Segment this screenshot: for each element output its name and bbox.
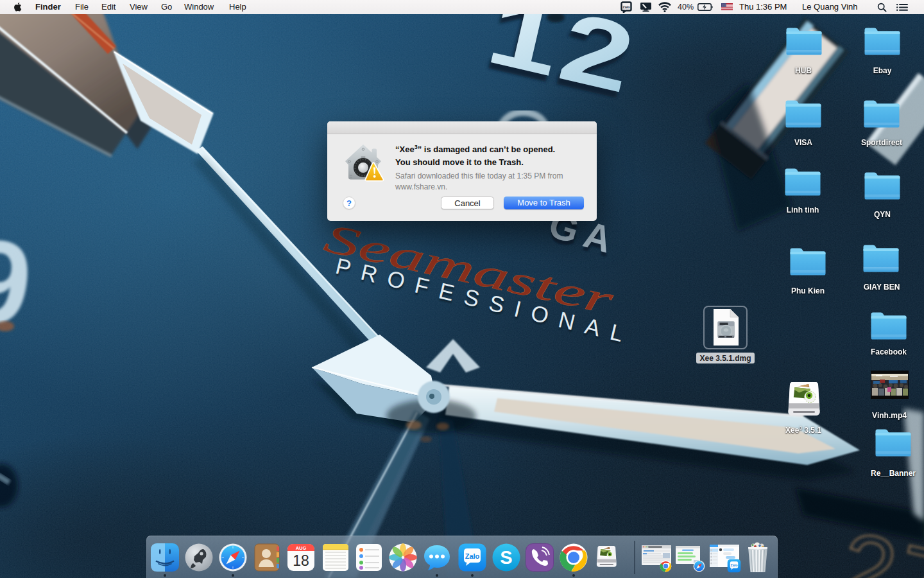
- svg-text:Zalo: Zalo: [622, 5, 630, 9]
- svg-text:S: S: [500, 547, 512, 568]
- svg-text:18: 18: [293, 552, 309, 569]
- svg-text:AUG: AUG: [296, 545, 307, 551]
- svg-text:Zalo: Zalo: [465, 552, 480, 560]
- svg-text:Zalo: Zalo: [731, 563, 738, 567]
